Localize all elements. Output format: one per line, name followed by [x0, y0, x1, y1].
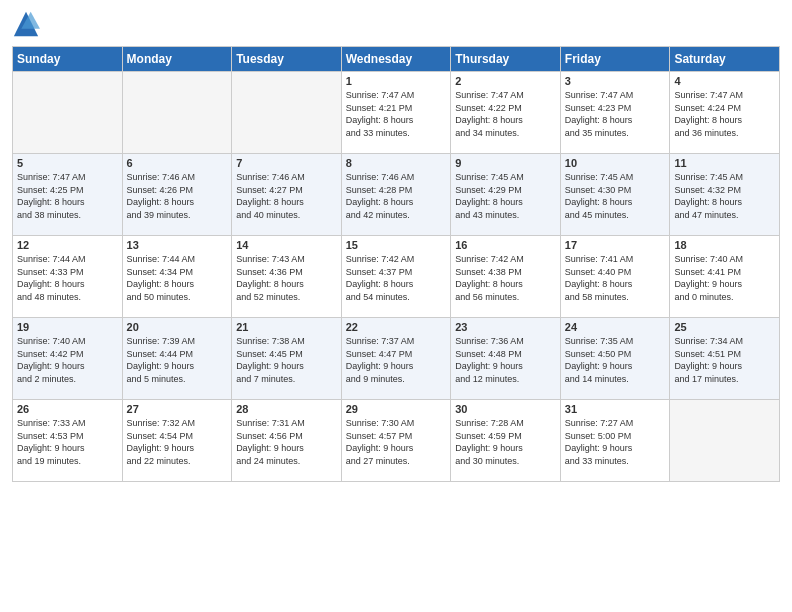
calendar-cell: 28Sunrise: 7:31 AM Sunset: 4:56 PM Dayli… [232, 400, 342, 482]
calendar-cell [232, 72, 342, 154]
logo-icon [12, 10, 40, 38]
cell-content: Sunrise: 7:42 AM Sunset: 4:37 PM Dayligh… [346, 253, 447, 303]
logo [12, 10, 44, 38]
calendar-cell: 16Sunrise: 7:42 AM Sunset: 4:38 PM Dayli… [451, 236, 561, 318]
calendar-cell: 21Sunrise: 7:38 AM Sunset: 4:45 PM Dayli… [232, 318, 342, 400]
calendar-cell: 30Sunrise: 7:28 AM Sunset: 4:59 PM Dayli… [451, 400, 561, 482]
calendar-week-row: 26Sunrise: 7:33 AM Sunset: 4:53 PM Dayli… [13, 400, 780, 482]
day-header-thursday: Thursday [451, 47, 561, 72]
cell-content: Sunrise: 7:33 AM Sunset: 4:53 PM Dayligh… [17, 417, 118, 467]
calendar-cell: 22Sunrise: 7:37 AM Sunset: 4:47 PM Dayli… [341, 318, 451, 400]
cell-content: Sunrise: 7:34 AM Sunset: 4:51 PM Dayligh… [674, 335, 775, 385]
calendar-cell: 2Sunrise: 7:47 AM Sunset: 4:22 PM Daylig… [451, 72, 561, 154]
cell-content: Sunrise: 7:36 AM Sunset: 4:48 PM Dayligh… [455, 335, 556, 385]
calendar-cell: 3Sunrise: 7:47 AM Sunset: 4:23 PM Daylig… [560, 72, 670, 154]
day-number: 27 [127, 403, 228, 415]
day-header-saturday: Saturday [670, 47, 780, 72]
cell-content: Sunrise: 7:40 AM Sunset: 4:41 PM Dayligh… [674, 253, 775, 303]
calendar-cell: 15Sunrise: 7:42 AM Sunset: 4:37 PM Dayli… [341, 236, 451, 318]
cell-content: Sunrise: 7:27 AM Sunset: 5:00 PM Dayligh… [565, 417, 666, 467]
calendar-cell [670, 400, 780, 482]
page-container: SundayMondayTuesdayWednesdayThursdayFrid… [0, 0, 792, 612]
cell-content: Sunrise: 7:30 AM Sunset: 4:57 PM Dayligh… [346, 417, 447, 467]
cell-content: Sunrise: 7:45 AM Sunset: 4:29 PM Dayligh… [455, 171, 556, 221]
day-number: 12 [17, 239, 118, 251]
calendar-cell: 6Sunrise: 7:46 AM Sunset: 4:26 PM Daylig… [122, 154, 232, 236]
calendar-cell: 25Sunrise: 7:34 AM Sunset: 4:51 PM Dayli… [670, 318, 780, 400]
cell-content: Sunrise: 7:47 AM Sunset: 4:22 PM Dayligh… [455, 89, 556, 139]
day-number: 31 [565, 403, 666, 415]
calendar-cell: 7Sunrise: 7:46 AM Sunset: 4:27 PM Daylig… [232, 154, 342, 236]
cell-content: Sunrise: 7:45 AM Sunset: 4:30 PM Dayligh… [565, 171, 666, 221]
cell-content: Sunrise: 7:28 AM Sunset: 4:59 PM Dayligh… [455, 417, 556, 467]
header [12, 10, 780, 38]
cell-content: Sunrise: 7:44 AM Sunset: 4:34 PM Dayligh… [127, 253, 228, 303]
day-number: 15 [346, 239, 447, 251]
day-number: 6 [127, 157, 228, 169]
day-number: 7 [236, 157, 337, 169]
cell-content: Sunrise: 7:32 AM Sunset: 4:54 PM Dayligh… [127, 417, 228, 467]
day-header-tuesday: Tuesday [232, 47, 342, 72]
calendar-cell: 11Sunrise: 7:45 AM Sunset: 4:32 PM Dayli… [670, 154, 780, 236]
calendar-cell: 29Sunrise: 7:30 AM Sunset: 4:57 PM Dayli… [341, 400, 451, 482]
calendar-cell: 12Sunrise: 7:44 AM Sunset: 4:33 PM Dayli… [13, 236, 123, 318]
cell-content: Sunrise: 7:47 AM Sunset: 4:23 PM Dayligh… [565, 89, 666, 139]
day-number: 24 [565, 321, 666, 333]
cell-content: Sunrise: 7:42 AM Sunset: 4:38 PM Dayligh… [455, 253, 556, 303]
day-number: 20 [127, 321, 228, 333]
day-number: 2 [455, 75, 556, 87]
cell-content: Sunrise: 7:46 AM Sunset: 4:27 PM Dayligh… [236, 171, 337, 221]
calendar-cell: 20Sunrise: 7:39 AM Sunset: 4:44 PM Dayli… [122, 318, 232, 400]
day-number: 1 [346, 75, 447, 87]
calendar-cell: 24Sunrise: 7:35 AM Sunset: 4:50 PM Dayli… [560, 318, 670, 400]
calendar-cell: 8Sunrise: 7:46 AM Sunset: 4:28 PM Daylig… [341, 154, 451, 236]
day-number: 26 [17, 403, 118, 415]
calendar-week-row: 19Sunrise: 7:40 AM Sunset: 4:42 PM Dayli… [13, 318, 780, 400]
cell-content: Sunrise: 7:37 AM Sunset: 4:47 PM Dayligh… [346, 335, 447, 385]
cell-content: Sunrise: 7:47 AM Sunset: 4:24 PM Dayligh… [674, 89, 775, 139]
cell-content: Sunrise: 7:39 AM Sunset: 4:44 PM Dayligh… [127, 335, 228, 385]
calendar-week-row: 5Sunrise: 7:47 AM Sunset: 4:25 PM Daylig… [13, 154, 780, 236]
calendar-week-row: 12Sunrise: 7:44 AM Sunset: 4:33 PM Dayli… [13, 236, 780, 318]
calendar-cell: 9Sunrise: 7:45 AM Sunset: 4:29 PM Daylig… [451, 154, 561, 236]
day-number: 5 [17, 157, 118, 169]
calendar-cell: 27Sunrise: 7:32 AM Sunset: 4:54 PM Dayli… [122, 400, 232, 482]
cell-content: Sunrise: 7:46 AM Sunset: 4:26 PM Dayligh… [127, 171, 228, 221]
day-number: 19 [17, 321, 118, 333]
day-number: 29 [346, 403, 447, 415]
calendar-cell: 10Sunrise: 7:45 AM Sunset: 4:30 PM Dayli… [560, 154, 670, 236]
day-number: 28 [236, 403, 337, 415]
calendar-week-row: 1Sunrise: 7:47 AM Sunset: 4:21 PM Daylig… [13, 72, 780, 154]
cell-content: Sunrise: 7:47 AM Sunset: 4:21 PM Dayligh… [346, 89, 447, 139]
day-number: 9 [455, 157, 556, 169]
day-number: 23 [455, 321, 556, 333]
day-number: 17 [565, 239, 666, 251]
day-number: 16 [455, 239, 556, 251]
day-number: 25 [674, 321, 775, 333]
day-header-wednesday: Wednesday [341, 47, 451, 72]
calendar-cell [13, 72, 123, 154]
calendar-cell: 14Sunrise: 7:43 AM Sunset: 4:36 PM Dayli… [232, 236, 342, 318]
cell-content: Sunrise: 7:43 AM Sunset: 4:36 PM Dayligh… [236, 253, 337, 303]
calendar-cell: 18Sunrise: 7:40 AM Sunset: 4:41 PM Dayli… [670, 236, 780, 318]
calendar-cell: 1Sunrise: 7:47 AM Sunset: 4:21 PM Daylig… [341, 72, 451, 154]
day-header-sunday: Sunday [13, 47, 123, 72]
day-header-monday: Monday [122, 47, 232, 72]
day-number: 11 [674, 157, 775, 169]
calendar: SundayMondayTuesdayWednesdayThursdayFrid… [12, 46, 780, 482]
day-number: 21 [236, 321, 337, 333]
calendar-cell: 5Sunrise: 7:47 AM Sunset: 4:25 PM Daylig… [13, 154, 123, 236]
calendar-cell: 26Sunrise: 7:33 AM Sunset: 4:53 PM Dayli… [13, 400, 123, 482]
day-header-friday: Friday [560, 47, 670, 72]
cell-content: Sunrise: 7:45 AM Sunset: 4:32 PM Dayligh… [674, 171, 775, 221]
day-number: 3 [565, 75, 666, 87]
cell-content: Sunrise: 7:44 AM Sunset: 4:33 PM Dayligh… [17, 253, 118, 303]
cell-content: Sunrise: 7:41 AM Sunset: 4:40 PM Dayligh… [565, 253, 666, 303]
day-number: 13 [127, 239, 228, 251]
calendar-cell [122, 72, 232, 154]
calendar-cell: 31Sunrise: 7:27 AM Sunset: 5:00 PM Dayli… [560, 400, 670, 482]
day-number: 4 [674, 75, 775, 87]
cell-content: Sunrise: 7:46 AM Sunset: 4:28 PM Dayligh… [346, 171, 447, 221]
day-number: 10 [565, 157, 666, 169]
cell-content: Sunrise: 7:35 AM Sunset: 4:50 PM Dayligh… [565, 335, 666, 385]
